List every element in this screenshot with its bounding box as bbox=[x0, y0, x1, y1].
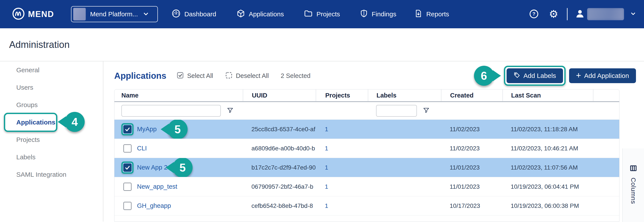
nav-item-projects[interactable]: Projects bbox=[304, 9, 340, 20]
created-cell: 11/02/2023 bbox=[441, 145, 502, 152]
sidebar-item-groups[interactable]: Groups bbox=[0, 96, 103, 114]
admin-sidebar: General Users Groups Applications 4 Proj… bbox=[0, 61, 103, 221]
nav-item-label: Applications bbox=[249, 11, 284, 18]
sidebar-item-labels[interactable]: Labels bbox=[0, 148, 103, 166]
projects-cell: 1 bbox=[316, 202, 368, 209]
chevron-down-icon bbox=[142, 10, 150, 18]
projects-cell: 1 bbox=[316, 183, 368, 190]
checkbox-highlight-ring bbox=[121, 142, 134, 155]
org-selector-dropdown[interactable]: Mend Platform... bbox=[71, 6, 158, 22]
annotation-step-6: 6 bbox=[474, 66, 494, 86]
table-header-row: Name UUID Projects Labels Created Last S… bbox=[114, 89, 619, 101]
table-row[interactable]: New_app_test 06790957-2bf2-46a7-b 1 11/0… bbox=[114, 177, 619, 196]
help-button[interactable]: ? bbox=[529, 9, 539, 20]
nav-item-dashboard[interactable]: Dashboard bbox=[171, 9, 216, 20]
column-header-labels[interactable]: Labels bbox=[368, 89, 441, 101]
mend-logo-icon bbox=[12, 7, 25, 21]
app-name-link[interactable]: GH_gheapp bbox=[137, 202, 171, 209]
applications-toolbar: Applications Select All bbox=[114, 65, 644, 87]
page-header: Administration bbox=[0, 28, 644, 61]
projects-count-link[interactable]: 1 bbox=[325, 164, 328, 171]
content-area: General Users Groups Applications 4 Proj… bbox=[0, 61, 644, 221]
checkbox-highlight-ring bbox=[121, 200, 134, 212]
app-name-link[interactable]: CLI bbox=[137, 145, 147, 152]
nav-item-findings[interactable]: Findings bbox=[360, 9, 396, 20]
last-scan-cell: 11/02/2023, 11:18:28 AM bbox=[502, 126, 593, 133]
select-all-button[interactable]: Select All bbox=[176, 71, 213, 80]
table-row[interactable]: GH_gheapp cefb6542-b8eb-47bd-8 1 10/17/2… bbox=[114, 196, 619, 215]
user-avatar-icon bbox=[575, 9, 585, 20]
nav-item-applications[interactable]: Applications bbox=[236, 9, 284, 20]
app-name-link[interactable]: MyApp bbox=[137, 126, 156, 133]
mend-logo-text: MEND bbox=[28, 10, 54, 19]
org-avatar bbox=[73, 8, 86, 21]
folder-icon bbox=[304, 9, 313, 20]
column-header-empty bbox=[593, 89, 618, 101]
last-scan-cell: 11/02/2023, 11:07:56 AM bbox=[502, 164, 593, 171]
filter-funnel-icon[interactable] bbox=[226, 107, 234, 115]
add-labels-button[interactable]: Add Labels bbox=[506, 68, 563, 83]
checkbox-highlight-ring bbox=[121, 162, 134, 174]
row-checkbox[interactable] bbox=[123, 163, 132, 172]
tag-icon bbox=[514, 72, 520, 80]
settings-button[interactable]: ⚙ bbox=[549, 9, 558, 19]
sidebar-item-projects[interactable]: Projects bbox=[0, 131, 103, 148]
created-cell: 11/01/2023 bbox=[441, 183, 502, 190]
sidebar-item-applications[interactable]: Applications 4 bbox=[0, 114, 103, 131]
cube-icon bbox=[236, 9, 245, 20]
filter-funnel-icon[interactable] bbox=[422, 107, 430, 115]
created-cell: 11/02/2023 bbox=[441, 126, 502, 133]
gear-icon: ⚙ bbox=[549, 9, 558, 19]
sidebar-item-general[interactable]: General bbox=[0, 61, 103, 79]
toolbar-actions: 6 Add Labels bbox=[474, 66, 636, 86]
columns-panel-tab[interactable]: Columns bbox=[622, 148, 644, 222]
row-checkbox[interactable] bbox=[123, 183, 132, 191]
user-menu[interactable] bbox=[575, 8, 636, 20]
table-row[interactable]: New App 2 5 b17c2c7c-d2f9-47ed-90 1 11/0… bbox=[114, 158, 619, 177]
chevron-down-icon bbox=[630, 10, 636, 18]
name-cell: New_app_test bbox=[114, 177, 243, 196]
column-header-name[interactable]: Name bbox=[114, 89, 243, 101]
labels-filter-input[interactable] bbox=[376, 105, 417, 117]
projects-count-link[interactable]: 1 bbox=[325, 126, 328, 133]
dashboard-icon bbox=[171, 9, 181, 20]
report-document-icon bbox=[414, 9, 423, 20]
uuid-cell: cefb6542-b8eb-47bd-8 bbox=[243, 202, 316, 209]
app-name-link[interactable]: New_app_test bbox=[137, 183, 177, 190]
name-filter-input[interactable] bbox=[121, 105, 221, 117]
page-title: Administration bbox=[9, 39, 70, 50]
projects-count-link[interactable]: 1 bbox=[325, 202, 328, 209]
sidebar-item-users[interactable]: Users bbox=[0, 79, 103, 96]
row-checkbox[interactable] bbox=[123, 202, 132, 210]
projects-cell: 1 bbox=[316, 164, 368, 171]
deselect-all-button[interactable]: Deselect All bbox=[225, 71, 269, 80]
row-checkbox[interactable] bbox=[123, 144, 132, 153]
table-filter-row bbox=[114, 102, 619, 120]
plus-icon: + bbox=[576, 71, 581, 80]
created-cell: 11/01/2023 bbox=[441, 164, 502, 171]
annotation-step-4: 4 bbox=[65, 112, 85, 132]
row-checkbox[interactable] bbox=[123, 125, 132, 133]
projects-count-link[interactable]: 1 bbox=[325, 183, 328, 190]
projects-count-link[interactable]: 1 bbox=[325, 145, 328, 152]
table-row[interactable]: MyApp 5 25cc8cd3-6537-4ce0-af 1 11/02/20… bbox=[114, 120, 619, 139]
labels-filter-cell bbox=[368, 105, 441, 117]
partial-next-row bbox=[114, 215, 619, 221]
main-panel: Applications Select All bbox=[103, 61, 644, 221]
top-navbar: MEND Mend Platform... Dashboard bbox=[0, 0, 644, 28]
check-icon bbox=[124, 126, 130, 132]
column-header-uuid[interactable]: UUID bbox=[243, 89, 316, 101]
nav-item-reports[interactable]: Reports bbox=[414, 9, 449, 20]
add-application-button[interactable]: + Add Application bbox=[569, 68, 636, 83]
navbar-divider bbox=[567, 8, 568, 20]
name-cell: CLI bbox=[114, 139, 243, 158]
table-row[interactable]: CLI a6809d6e-a00b-40d0-b 1 11/02/2023 11… bbox=[114, 139, 619, 158]
sidebar-item-saml-integration[interactable]: SAML Integration bbox=[0, 166, 103, 183]
column-header-last-scan[interactable]: Last Scan bbox=[502, 89, 593, 101]
app-name-link[interactable]: New App 2 bbox=[137, 164, 168, 171]
column-header-created[interactable]: Created bbox=[441, 89, 502, 101]
mend-admin-page: MEND Mend Platform... Dashboard bbox=[0, 0, 644, 222]
column-header-projects[interactable]: Projects bbox=[316, 89, 368, 101]
checkbox-highlight-ring bbox=[121, 181, 134, 193]
svg-text:?: ? bbox=[532, 11, 535, 17]
